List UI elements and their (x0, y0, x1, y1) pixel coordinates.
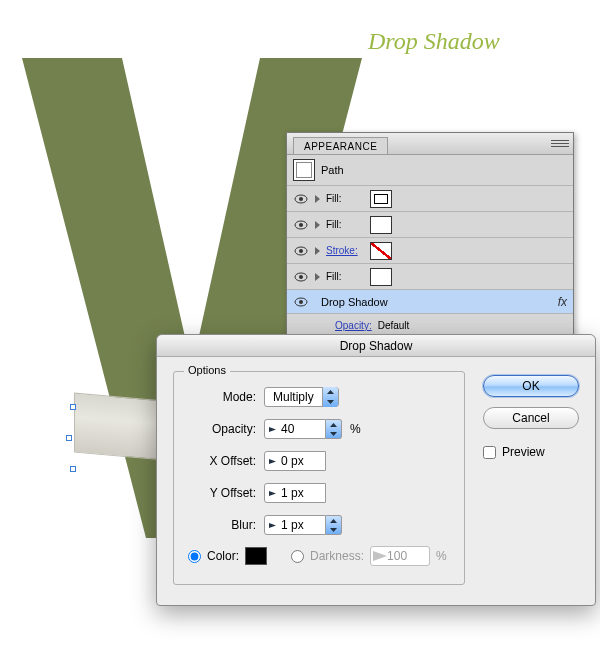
appearance-fill-row[interactable]: Fill: (287, 212, 573, 238)
disclosure-triangle-icon[interactable] (315, 247, 320, 255)
options-group: Options Mode: Multiply Opacity: (173, 371, 465, 585)
appearance-tab[interactable]: APPEARANCE (293, 137, 388, 154)
visibility-eye-icon[interactable] (293, 243, 309, 259)
fill-swatch[interactable] (370, 268, 392, 286)
appearance-stroke-row[interactable]: Stroke: (287, 238, 573, 264)
stepper-icon[interactable] (326, 419, 342, 439)
darkness-radio[interactable] (291, 550, 304, 563)
drop-shadow-dialog: Drop Shadow Options Mode: Multiply Opaci… (156, 334, 596, 606)
stroke-swatch[interactable] (370, 242, 392, 260)
svg-point-5 (299, 249, 303, 253)
panel-tabbar: APPEARANCE (287, 133, 573, 155)
effect-name[interactable]: Drop Shadow (321, 296, 388, 308)
yoffset-label: Y Offset: (188, 486, 264, 500)
xoffset-field[interactable] (279, 454, 325, 468)
attr-label: Fill: (326, 193, 366, 204)
attr-label: Fill: (326, 271, 366, 282)
xoffset-label: X Offset: (188, 454, 264, 468)
appearance-opacity-row[interactable]: Opacity: Default (287, 314, 573, 336)
svg-point-1 (299, 197, 303, 201)
color-radio[interactable] (188, 550, 201, 563)
stepper-icon[interactable] (326, 515, 342, 535)
mode-select[interactable]: Multiply (264, 387, 339, 407)
preview-checkbox[interactable] (483, 446, 496, 459)
opacity-field[interactable] (279, 422, 325, 436)
visibility-eye-icon[interactable] (293, 294, 309, 310)
svg-point-3 (299, 223, 303, 227)
caret-right-icon[interactable] (265, 427, 279, 432)
yoffset-field[interactable] (279, 486, 325, 500)
blur-input[interactable] (264, 515, 326, 535)
selection-handle[interactable] (70, 404, 76, 410)
appearance-effect-row[interactable]: Drop Shadow fx (287, 290, 573, 314)
disclosure-triangle-icon[interactable] (315, 195, 320, 203)
appearance-fill-row[interactable]: Fill: (287, 186, 573, 212)
opacity-unit: % (350, 422, 361, 436)
mode-label: Mode: (188, 390, 264, 404)
svg-point-7 (299, 275, 303, 279)
attr-label: Fill: (326, 219, 366, 230)
blur-label: Blur: (188, 518, 264, 532)
appearance-object-row[interactable]: Path (287, 155, 573, 186)
disclosure-triangle-icon[interactable] (315, 221, 320, 229)
fx-icon[interactable]: fx (558, 295, 567, 309)
caret-right-icon (373, 551, 387, 561)
opacity-value: Default (378, 320, 410, 331)
color-label: Color: (207, 549, 239, 563)
visibility-eye-icon[interactable] (293, 191, 309, 207)
object-type-label: Path (321, 164, 344, 176)
disclosure-triangle-icon[interactable] (315, 273, 320, 281)
opacity-input[interactable] (264, 419, 326, 439)
dialog-title: Drop Shadow (157, 335, 595, 357)
appearance-panel: APPEARANCE Path Fill: Fill: Stroke: (286, 132, 574, 337)
fill-swatch[interactable] (370, 190, 392, 208)
preview-label: Preview (502, 445, 545, 459)
options-legend: Options (184, 364, 230, 376)
yoffset-input[interactable] (264, 483, 326, 503)
blur-field[interactable] (279, 518, 325, 532)
caret-right-icon[interactable] (265, 459, 279, 464)
darkness-input (370, 546, 430, 566)
appearance-fill-row[interactable]: Fill: (287, 264, 573, 290)
object-thumbnail (293, 159, 315, 181)
xoffset-input[interactable] (264, 451, 326, 471)
visibility-eye-icon[interactable] (293, 269, 309, 285)
page-title: Drop Shadow (368, 28, 500, 55)
caret-right-icon[interactable] (265, 523, 279, 528)
select-stepper-icon[interactable] (322, 387, 338, 407)
attr-label-stroke[interactable]: Stroke: (326, 245, 366, 256)
caret-right-icon[interactable] (265, 491, 279, 496)
opacity-label[interactable]: Opacity: (335, 320, 372, 331)
ok-button[interactable]: OK (483, 375, 579, 397)
fill-swatch[interactable] (370, 216, 392, 234)
darkness-label: Darkness: (310, 549, 364, 563)
visibility-eye-icon[interactable] (293, 217, 309, 233)
selection-handle[interactable] (66, 435, 72, 441)
svg-point-9 (299, 300, 303, 304)
cancel-button[interactable]: Cancel (483, 407, 579, 429)
darkness-field (387, 549, 427, 563)
selection-handle[interactable] (70, 466, 76, 472)
color-swatch[interactable] (245, 547, 267, 565)
opacity-label: Opacity: (188, 422, 264, 436)
mode-value: Multiply (265, 390, 322, 404)
panel-menu-icon[interactable] (551, 136, 569, 150)
darkness-unit: % (436, 549, 447, 563)
